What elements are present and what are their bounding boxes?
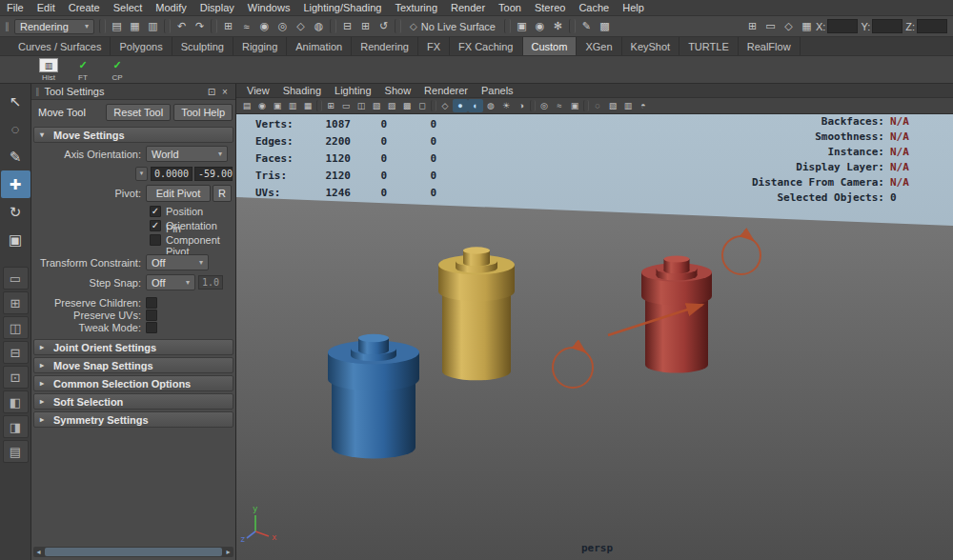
menu-item[interactable]: Lighting/Shading [296, 1, 388, 14]
cylinder-gold[interactable] [438, 247, 515, 380]
redo-icon[interactable]: ↷ [191, 18, 209, 35]
shelf-tab[interactable]: Rendering [352, 37, 418, 55]
menu-item[interactable]: Select [107, 1, 150, 14]
viewport-menu-item[interactable]: View [240, 85, 276, 96]
menu-item[interactable]: Toon [492, 1, 528, 14]
collapsed-section-header[interactable]: ▸ Joint Orient Settings [33, 339, 233, 355]
snap-to-curve-icon[interactable]: ≈ [237, 18, 255, 35]
shelf-tab[interactable]: Custom [523, 37, 578, 55]
four-pane-layout-icon[interactable]: ⊞ [3, 291, 29, 314]
menu-item[interactable]: Display [193, 1, 241, 14]
viewport-menu-item[interactable]: Show [378, 85, 418, 96]
collapsed-section-header[interactable]: ▸ Common Selection Options [33, 375, 233, 391]
axis-orientation-dropdown[interactable]: World ▾ [146, 146, 228, 162]
position-checkbox[interactable]: ✓ [150, 206, 161, 217]
separator[interactable] [164, 19, 171, 33]
vp-anti-aliasing-icon[interactable]: ▣ [567, 99, 582, 112]
menu-item[interactable]: Edit [30, 1, 62, 14]
transform-constraint-dropdown[interactable]: Off ▾ [146, 254, 209, 270]
orientation-checkbox[interactable]: ✓ [150, 220, 161, 231]
make-live-icon[interactable]: ◍ [310, 18, 328, 35]
collapsed-section-header[interactable]: ▸ Symmetry Settings [33, 411, 233, 428]
grid-toggle-icon[interactable]: ⊞ [743, 18, 761, 35]
tool-settings-header[interactable]: ∥ Tool Settings ⊡ × [31, 84, 235, 100]
scrollbar-thumb[interactable] [45, 548, 222, 556]
pin-component-pivot-checkbox[interactable] [150, 234, 161, 246]
snap-to-view-plane-icon[interactable]: ◇ [292, 18, 310, 35]
separator[interactable] [431, 100, 436, 111]
rotate-tool-icon[interactable]: ↻ [1, 198, 30, 226]
scale-tool-icon[interactable]: ▣ [1, 226, 30, 253]
shelf-tab[interactable]: RealFlow [739, 37, 801, 55]
vp-screen-space-ao-icon[interactable]: ◎ [537, 99, 552, 112]
dock-icon[interactable]: ⊡ [205, 85, 218, 98]
vp-grid-icon[interactable]: ⊞ [323, 99, 338, 112]
undo-icon[interactable]: ↶ [172, 18, 191, 35]
vp-gate-mask-icon[interactable]: ▧ [369, 99, 384, 112]
vp-field-chart-icon[interactable]: ▨ [384, 99, 399, 112]
shelf-tab[interactable]: Sculpting [172, 37, 233, 55]
separator[interactable] [583, 100, 589, 111]
coordinate-input[interactable] [827, 19, 858, 33]
collapsed-section-header[interactable]: ▸ Soft Selection [33, 393, 233, 410]
resolution-toggle-icon[interactable]: ▭ [761, 18, 780, 35]
save-scene-icon[interactable]: ▥ [144, 18, 162, 35]
coordinate-input[interactable] [917, 19, 947, 33]
tool-help-button[interactable]: Tool Help [173, 104, 233, 121]
vp-lighting-icon[interactable]: ☀ [498, 99, 514, 112]
vp-safe-action-icon[interactable]: ▩ [399, 99, 415, 112]
viewport-menu-item[interactable]: Lighting [328, 85, 378, 96]
vp-motion-blur-icon[interactable]: ≈ [552, 99, 567, 112]
axis-value-2-field[interactable]: -59.00 [194, 167, 233, 181]
paint-select-tool-icon[interactable]: ✎ [1, 143, 30, 170]
outliner-persp-layout-icon[interactable]: ◧ [3, 390, 29, 413]
vp-film-gate-icon[interactable]: ▭ [338, 99, 354, 112]
separator[interactable] [316, 100, 322, 111]
scroll-left-icon[interactable]: ◂ [33, 547, 44, 557]
vp-view-cube-icon[interactable]: ▤ [239, 99, 254, 112]
hypershade-persp-layout-icon[interactable]: ◨ [3, 415, 29, 438]
menu-item[interactable]: Render [444, 1, 492, 14]
new-scene-icon[interactable]: ▤ [108, 18, 126, 35]
hypershade-icon[interactable]: ▩ [596, 18, 614, 35]
tweak-mode-checkbox[interactable] [146, 322, 157, 333]
menu-item[interactable]: File [0, 1, 30, 14]
move-tool-icon[interactable]: ✚ [1, 170, 30, 198]
single-pane-layout-icon[interactable]: ▭ [3, 267, 29, 290]
select-tool-icon[interactable]: ↖ [1, 88, 30, 115]
vp-safe-title-icon[interactable]: ◻ [415, 99, 430, 112]
ipr-render-icon[interactable]: ◉ [531, 18, 549, 35]
open-scene-icon[interactable]: ▦ [126, 18, 144, 35]
viewport-menu-item[interactable]: Shading [276, 85, 328, 96]
shelf-item[interactable]: ▥ Hist [34, 58, 63, 82]
menu-item[interactable]: Create [62, 1, 107, 14]
three-pane-split-layout-icon[interactable]: ⊡ [3, 366, 29, 389]
scroll-right-icon[interactable]: ▸ [223, 547, 233, 557]
vp-isolate-select-icon[interactable]: ◌ [590, 99, 605, 112]
shelf-tab[interactable]: XGen [577, 37, 621, 55]
vp-exposure-icon[interactable]: ◓ [636, 99, 651, 112]
vp-use-default-material-icon[interactable]: ◍ [483, 99, 498, 112]
vp-joints-xray-icon[interactable]: ▥ [620, 99, 636, 112]
snap-to-point-icon[interactable]: ◉ [255, 18, 274, 35]
menu-item[interactable]: Help [616, 1, 651, 14]
preserve-children-checkbox[interactable] [146, 297, 157, 309]
snap-to-projected-center-icon[interactable]: ◎ [274, 18, 292, 35]
render-settings-icon[interactable]: ✻ [549, 18, 567, 35]
step-snap-size-field[interactable]: 1.0 [198, 275, 223, 290]
shelf-tab[interactable]: KeyShot [622, 37, 680, 55]
snap-to-grid-icon[interactable]: ⊞ [219, 18, 237, 35]
close-icon[interactable]: × [218, 85, 232, 98]
shelf-tab[interactable]: FX [418, 37, 450, 55]
coordinate-input[interactable] [872, 19, 902, 33]
menu-item[interactable]: Stereo [528, 1, 572, 14]
axis-value-1-field[interactable]: 0.0000 [151, 167, 193, 181]
render-current-frame-icon[interactable]: ▣ [513, 18, 531, 35]
vp-xray-icon[interactable]: ▧ [605, 99, 620, 112]
move-settings-section-header[interactable]: ▾ Move Settings [33, 127, 233, 143]
shelf-item[interactable]: ✓ CP [103, 58, 132, 82]
preserve-uvs-checkbox[interactable] [146, 310, 157, 321]
separator[interactable] [330, 19, 336, 33]
vp-lock-camera-icon[interactable]: ◉ [254, 99, 270, 112]
construction-history-icon[interactable]: ↺ [375, 18, 393, 35]
